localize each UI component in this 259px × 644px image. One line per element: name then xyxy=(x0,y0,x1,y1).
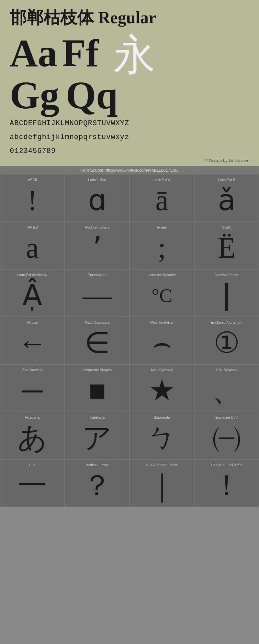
grid-cell-12: Arrows← xyxy=(0,317,65,364)
grid-cell-26: CJK Compat Forms｜ xyxy=(130,459,194,507)
cell-glyph-3: ǎ xyxy=(218,184,236,217)
cell-label-4: IPA Ext xyxy=(27,225,38,229)
cell-glyph-16: ─ xyxy=(22,374,43,407)
cell-label-15: Enclosed Alphanum xyxy=(211,320,242,324)
cell-glyph-10: °C xyxy=(152,279,172,312)
cell-label-5: Modifier Letters xyxy=(85,225,109,229)
grid-cell-15: Enclosed Alphanum① xyxy=(194,317,259,364)
cell-glyph-6: ; xyxy=(158,232,166,264)
cell-glyph-20: あ xyxy=(17,422,47,454)
cell-glyph-13: ∈ xyxy=(84,327,110,359)
grid-cell-14: Misc Technical⌢ xyxy=(130,317,194,364)
grid-cell-7: CyrilicË xyxy=(194,222,259,269)
source-bar: Font Source: http://www.fontke.com/font/… xyxy=(0,166,259,174)
letter-showcase-2: Gg Qq xyxy=(10,76,249,115)
cell-label-1: Latin 1 Sup xyxy=(88,178,106,182)
letter-pair-ff: Ff xyxy=(62,34,99,73)
grid-cell-10: Letterlike Symbols°C xyxy=(130,269,194,317)
grid-cell-23: Enclosed CJK㈠ xyxy=(194,412,259,459)
cell-glyph-17: ■ xyxy=(88,374,106,407)
grid-cell-2: Latin Ext Aā xyxy=(130,174,194,222)
grid-cell-21: Katakanaア xyxy=(65,412,130,459)
cell-glyph-25: ？ xyxy=(83,469,112,502)
cell-label-23: Enclosed CJK xyxy=(215,415,238,419)
cell-glyph-11: ǀ xyxy=(222,279,231,312)
cell-glyph-7: Ë xyxy=(218,232,236,264)
cell-label-19: CJK Symbols xyxy=(216,368,237,372)
cell-glyph-5: ʼ xyxy=(93,232,102,264)
cell-label-20: Hiragana xyxy=(25,415,40,419)
letter-pair-gg: Gg xyxy=(10,76,59,115)
grid-cell-17: Geometric Shapes■ xyxy=(65,364,130,412)
grid-cell-4: IPA Exta xyxy=(0,222,65,269)
cell-glyph-0: ! xyxy=(28,184,37,217)
cell-label-27: Half And Full Forms xyxy=(211,463,242,467)
chinese-character: 永 xyxy=(113,34,155,76)
cell-glyph-24: 一 xyxy=(18,469,47,502)
cell-label-17: Geometric Shapes xyxy=(82,368,112,372)
cell-label-24: CJK xyxy=(29,463,36,467)
cell-label-10: Letterlike Symbols xyxy=(147,273,176,277)
cell-label-12: Arrows xyxy=(27,320,38,324)
header-section: 邯郸枯枝体 Regular Aa Ff 永 Gg Qq ABCDEFGHIJKL… xyxy=(0,0,259,166)
grid-cell-5: Modifier Lettersʼ xyxy=(65,222,130,269)
grid-cell-8: Latin Ext AdditionalẬ xyxy=(0,269,65,317)
alphabet-lower: abcdefghijklmnopqrstuvwxyz xyxy=(10,132,249,143)
cell-glyph-14: ⌢ xyxy=(152,327,172,359)
cell-glyph-21: ア xyxy=(82,422,112,454)
grid-cell-22: Bopomofoㄅ xyxy=(130,412,194,459)
cell-label-3: Latin Ext B xyxy=(218,178,235,182)
cell-label-26: CJK Compat Forms xyxy=(146,463,178,467)
cell-glyph-26: ｜ xyxy=(148,469,176,502)
cell-label-22: Bopomofo xyxy=(154,415,170,419)
grid-cell-13: Math Operators∈ xyxy=(65,317,130,364)
cell-glyph-18: ★ xyxy=(149,374,175,407)
cell-glyph-4: a xyxy=(26,232,39,264)
grid-cell-9: Punctuation— xyxy=(65,269,130,317)
cell-glyph-19: 、 xyxy=(212,374,241,407)
grid-cell-24: CJK一 xyxy=(0,459,65,507)
grid-cell-6: Greek; xyxy=(130,222,194,269)
cell-glyph-9: — xyxy=(83,279,112,312)
credits: © Design by fontke.com xyxy=(10,158,249,163)
grid-cell-11: Number Formsǀ xyxy=(194,269,259,317)
cell-glyph-1: ɑ xyxy=(88,184,107,217)
character-grid: ASCII!Latin 1 SupɑLatin Ext AāLatin Ext … xyxy=(0,174,259,507)
cell-label-6: Greek xyxy=(157,225,167,229)
cell-label-16: Box Drawing xyxy=(22,368,42,372)
cell-label-0: ASCII xyxy=(28,178,37,182)
alphabet-upper: ABCDEFGHIJKLMNOPQRSTUVWXYZ xyxy=(10,118,249,129)
cell-label-8: Latin Ext Additional xyxy=(17,273,48,277)
cell-glyph-22: ㄅ xyxy=(147,422,177,454)
grid-cell-3: Latin Ext Bǎ xyxy=(194,174,259,222)
cell-label-18: Misc Symbols xyxy=(151,368,173,372)
grid-cell-0: ASCII! xyxy=(0,174,65,222)
cell-label-9: Punctuation xyxy=(88,273,107,277)
grid-cell-1: Latin 1 Supɑ xyxy=(65,174,130,222)
cell-glyph-12: ← xyxy=(18,327,47,359)
grid-cell-16: Box Drawing─ xyxy=(0,364,65,412)
cell-glyph-15: ① xyxy=(214,327,240,359)
cell-label-21: Katakana xyxy=(90,415,105,419)
cell-glyph-27: ！ xyxy=(212,469,241,502)
letter-pair-aa: Aa xyxy=(10,34,57,73)
cell-label-2: Latin Ext A xyxy=(153,178,171,182)
grid-cell-18: Misc Symbols★ xyxy=(130,364,194,412)
cell-label-13: Math Operators xyxy=(85,320,109,324)
cell-glyph-2: ā xyxy=(155,184,168,217)
cell-label-25: Vertical Forms xyxy=(86,463,108,467)
letter-pair-qq: Qq xyxy=(66,76,118,115)
source-text: Font Source: http://www.fontke.com/font/… xyxy=(81,168,179,173)
cell-label-14: Misc Technical xyxy=(150,320,173,324)
grid-cell-19: CJK Symbols、 xyxy=(194,364,259,412)
font-title: 邯郸枯枝体 Regular xyxy=(10,6,249,29)
letter-showcase: Aa Ff 永 xyxy=(10,34,249,76)
digits: 0123456789 xyxy=(10,146,249,156)
cell-label-7: Cyrilic xyxy=(222,225,231,229)
cell-label-11: Number Forms xyxy=(215,273,238,277)
cell-glyph-8: Ậ xyxy=(22,279,42,312)
grid-cell-20: Hiraganaあ xyxy=(0,412,65,459)
cell-glyph-23: ㈠ xyxy=(212,422,241,454)
grid-cell-27: Half And Full Forms！ xyxy=(194,459,259,507)
grid-cell-25: Vertical Forms？ xyxy=(65,459,130,507)
